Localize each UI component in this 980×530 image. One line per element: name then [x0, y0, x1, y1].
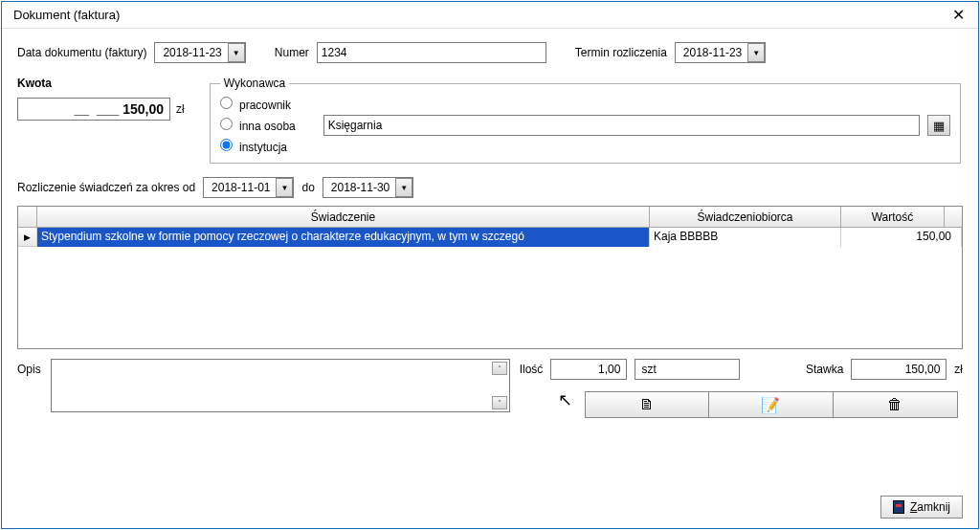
group-wykonawca: Wykonawca pracownik inna osoba ▦ instytu… [210, 77, 961, 164]
radio-instytucja[interactable]: instytucja [220, 139, 287, 154]
label-termin: Termin rozliczenia [575, 46, 667, 59]
new-button[interactable]: 🗎 [585, 391, 709, 418]
date-okres-od-value: 2018-11-01 [208, 181, 274, 194]
input-jednostka[interactable] [635, 359, 740, 380]
cell-wartosc: 150,00 [841, 228, 962, 247]
row-marker-icon: ▶ [18, 228, 37, 247]
date-termin-value: 2018-11-23 [679, 46, 746, 59]
titlebar: Dokument (faktura) ✕ [2, 2, 978, 29]
date-dokumentu-value: 2018-11-23 [159, 46, 225, 59]
column-header-marker [18, 207, 37, 228]
date-okres-od[interactable]: 2018-11-01 ▼ [203, 177, 294, 198]
label-kwota: Kwota [17, 77, 185, 90]
label-ilosc: Ilość [520, 363, 544, 376]
column-header-swiadczenie[interactable]: Świadczenie [37, 207, 650, 228]
dialog-window: Dokument (faktura) ✕ Data dokumentu (fak… [1, 1, 979, 529]
document-new-icon: 🗎 [639, 396, 655, 413]
label-data-dokumentu: Data dokumentu (faktury) [17, 46, 146, 59]
input-wykonawca-name[interactable] [323, 115, 920, 136]
edit-button[interactable]: 📝 [709, 391, 834, 418]
zamknij-label: Zamknij [910, 500, 950, 514]
grid-icon: ▦ [933, 119, 945, 133]
chevron-down-icon[interactable]: ▼ [228, 43, 245, 62]
date-termin[interactable]: 2018-11-23 ▼ [675, 42, 766, 63]
zamknij-button[interactable]: Zamknij [880, 496, 963, 519]
cell-swiadczenie: Stypendium szkolne w formie pomocy rzecz… [37, 228, 650, 247]
chevron-down-icon[interactable]: ▼ [276, 178, 293, 197]
label-okres: Rozliczenie świadczeń za okres od [17, 181, 195, 194]
input-kwota[interactable] [17, 98, 170, 121]
input-numer[interactable] [317, 42, 546, 63]
scrollbar-head [945, 207, 962, 228]
grid-swiadczenia[interactable]: Świadczenie Świadczeniobiorca Wartość ▶ … [17, 206, 963, 349]
date-dokumentu[interactable]: 2018-11-23 ▼ [154, 42, 245, 63]
column-header-biorca[interactable]: Świadczeniobiorca [650, 207, 841, 228]
titlebar-title: Dokument (faktura) [13, 8, 120, 22]
row-document-meta: Data dokumentu (faktury) 2018-11-23 ▼ Nu… [17, 42, 963, 63]
column-header-wartosc[interactable]: Wartość [841, 207, 945, 228]
input-stawka[interactable] [851, 359, 947, 380]
radio-inna-osoba[interactable]: inna osoba [220, 118, 316, 133]
cell-biorca: Kaja BBBBB [650, 228, 841, 247]
label-stawka-unit: zł [954, 363, 963, 376]
date-okres-do[interactable]: 2018-11-30 ▼ [323, 177, 413, 198]
lookup-button[interactable]: ▦ [927, 115, 950, 136]
label-stawka: Stawka [806, 363, 843, 376]
mouse-cursor-icon: ↖ [558, 389, 572, 410]
chevron-down-icon[interactable]: ▼ [747, 43, 765, 62]
label-kwota-currency: zł [176, 102, 185, 116]
radio-pracownik[interactable]: pracownik [220, 97, 291, 112]
trash-icon: 🗑 [887, 396, 902, 413]
label-numer: Numer [275, 46, 309, 59]
legend-wykonawca: Wykonawca [220, 77, 290, 90]
door-icon [893, 500, 904, 514]
input-ilosc[interactable] [550, 359, 627, 380]
spin-down-icon[interactable]: ˅ [492, 396, 507, 409]
table-row[interactable]: ▶ Stypendium szkolne w formie pomocy rze… [18, 228, 962, 247]
label-opis: Opis [17, 359, 41, 376]
chevron-down-icon[interactable]: ▼ [395, 178, 412, 197]
textarea-opis[interactable]: ˄ ˅ [51, 359, 510, 412]
document-edit-icon: 📝 [761, 396, 780, 414]
close-icon[interactable]: ✕ [947, 6, 970, 24]
label-okres-do: do [301, 181, 314, 194]
spin-up-icon[interactable]: ˄ [492, 362, 507, 375]
date-okres-do-value: 2018-11-30 [327, 181, 393, 194]
delete-button[interactable]: 🗑 [834, 391, 958, 418]
